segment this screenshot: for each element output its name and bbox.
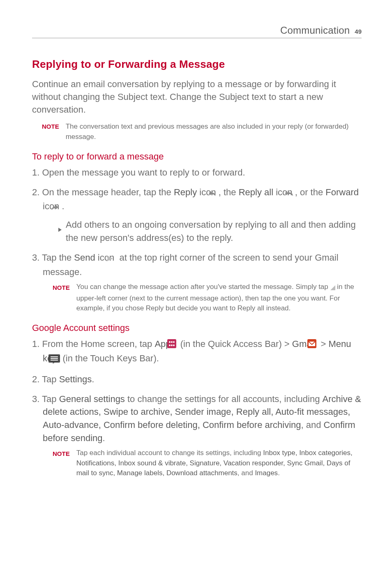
- step-text: Tap: [42, 374, 59, 384]
- step-item: Tap Settings.: [32, 373, 362, 386]
- page-number: 49: [355, 28, 362, 35]
- page-title: Replying to or Forwarding a Message: [32, 58, 362, 71]
- note-label: NOTE: [53, 448, 70, 458]
- step-text: , the: [219, 187, 239, 197]
- triangle-bullet-icon: [58, 222, 62, 236]
- reply-all-label: Reply all: [239, 187, 273, 197]
- step-text: (in the Quick Access Bar) >: [178, 339, 292, 349]
- general-settings-label: General settings: [59, 394, 125, 404]
- svg-rect-11: [51, 358, 58, 359]
- step-text: .: [92, 374, 94, 384]
- step-text: .: [103, 433, 105, 443]
- svg-point-3: [173, 341, 175, 343]
- step-item: Open the message you want to reply to or…: [32, 166, 362, 179]
- step-text: >: [318, 339, 328, 349]
- reply-label: Reply: [174, 187, 197, 197]
- dropdown-triangle-icon: [330, 283, 335, 294]
- svg-rect-12: [51, 360, 58, 361]
- forward-label: Forward: [325, 187, 359, 197]
- note-block: NOTE The conversation text and previous …: [42, 122, 362, 142]
- step-text: Tap: [42, 394, 59, 404]
- note-block: NOTE You can change the message action a…: [53, 282, 362, 314]
- header-section: Communication: [280, 25, 350, 36]
- step-text: , and: [301, 420, 324, 430]
- step-item: From the Home screen, tap Apps (in the Q…: [32, 337, 362, 366]
- note-text: You can change the message action after …: [76, 282, 362, 314]
- subheading-reply-forward: To reply to or forward a message: [32, 151, 362, 162]
- svg-point-4: [169, 344, 171, 346]
- step-text: (in the Touch Keys Bar).: [60, 353, 159, 363]
- step-item: On the message header, tap the Reply ico…: [32, 186, 362, 245]
- svg-point-2: [171, 341, 173, 343]
- note-label: NOTE: [42, 122, 59, 130]
- step-text: .: [62, 201, 64, 211]
- step-text: From the Home screen, tap: [42, 339, 154, 349]
- sub-bullet-text: Add others to an ongoing conversation by…: [66, 218, 362, 245]
- svg-point-6: [173, 344, 175, 346]
- step-item: Tap the Send icon at the top right corne…: [32, 251, 362, 314]
- intro-paragraph: Continue an email conversation by replyi…: [32, 78, 362, 116]
- svg-rect-10: [51, 356, 58, 357]
- svg-rect-0: [167, 339, 176, 348]
- step-text: to change the settings for all accounts,…: [125, 394, 323, 404]
- step-text: , or the: [295, 187, 326, 197]
- svg-point-5: [171, 344, 173, 346]
- step-text: On the message header, tap the: [42, 187, 173, 197]
- note-block: NOTE Tap each individual account to chan…: [53, 448, 362, 478]
- step-text: Tap the: [42, 252, 74, 263]
- note-text: Tap each individual account to change it…: [76, 448, 362, 478]
- sub-bullet: Add others to an ongoing conversation by…: [58, 218, 362, 245]
- send-label: Send: [74, 252, 95, 263]
- steps-list: From the Home screen, tap Apps (in the Q…: [32, 337, 362, 478]
- step-text: Open the message you want to reply to or…: [42, 167, 245, 178]
- note-text: The conversation text and previous messa…: [66, 122, 362, 142]
- note-label: NOTE: [53, 282, 70, 292]
- subheading-google-account: Google Account settings: [32, 323, 362, 333]
- settings-label: Settings: [59, 374, 92, 384]
- svg-point-1: [169, 341, 171, 343]
- header: Communication 49: [32, 25, 362, 38]
- step-item: Tap General settings to change the setti…: [32, 393, 362, 478]
- steps-list: Open the message you want to reply to or…: [32, 166, 362, 314]
- page: Communication 49 Replying to or Forwardi…: [0, 0, 392, 512]
